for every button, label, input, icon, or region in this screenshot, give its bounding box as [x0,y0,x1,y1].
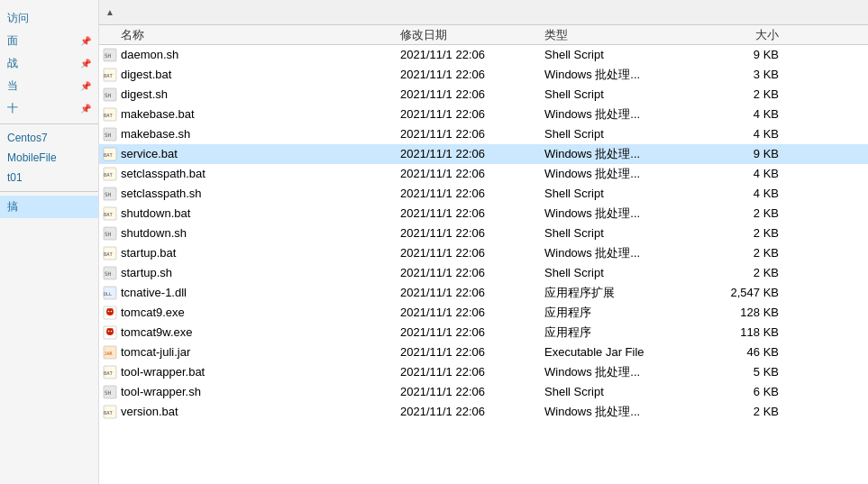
file-size-cell: 2,547 KB [725,286,797,299]
file-size-cell: 2 KB [725,246,797,260]
file-date-cell: 2021/11/1 22:06 [400,127,544,141]
table-row[interactable]: SH daemon.sh2021/11/1 22:06Shell Script9… [99,45,868,65]
file-type-cell: Shell Script [544,87,725,101]
file-icon: SH [103,48,117,62]
table-row[interactable]: SH setclasspath.sh2021/11/1 22:06Shell S… [99,184,868,204]
svg-text:SH: SH [105,389,112,396]
table-row[interactable]: BAT service.bat2021/11/1 22:06Windows 批处… [99,144,868,164]
file-type-cell: Windows 批处理... [544,245,725,261]
sidebar-label-0: 访问 [7,11,29,26]
file-icon: BAT [103,206,117,221]
file-name-cell: SH tool-wrapper.sh [103,385,400,399]
file-size-cell: 5 KB [725,365,797,379]
file-size-cell: 128 KB [725,306,797,319]
file-icon: SH [103,127,117,142]
col-header-size[interactable]: 大小 [725,27,797,43]
table-row[interactable]: DLL tcnative-1.dll2021/11/1 22:06应用程序扩展2… [99,283,868,303]
file-size-cell: 46 KB [725,345,797,359]
file-name-text: setclasspath.sh [121,187,202,200]
file-icon: BAT [103,167,117,181]
file-type-cell: 应用程序 [544,305,725,321]
svg-text:BAT: BAT [104,410,114,416]
sidebar-item-3[interactable]: 当 📌 [0,75,98,97]
file-icon: BAT [103,68,117,82]
sidebar-item-mobilefile[interactable]: MobileFile [0,148,98,168]
sidebar-label-mobilefile: MobileFile [7,151,57,164]
table-row[interactable]: SH startup.sh2021/11/1 22:06Shell Script… [99,263,868,283]
file-icon: DLL [103,286,117,300]
svg-text:BAT: BAT [104,113,114,118]
main-panel: ▲ 名称 修改日期 类型 大小 SH daemon.sh2021/11/1 22… [99,0,868,484]
sidebar-label-1: 面 [7,33,18,49]
file-list: SH daemon.sh2021/11/1 22:06Shell Script9… [99,45,868,422]
file-type-cell: Shell Script [544,385,725,398]
file-type-cell: Windows 批处理... [544,205,725,222]
col-header-date[interactable]: 修改日期 [400,27,544,43]
file-size-cell: 4 KB [725,187,797,200]
file-icon: SH [103,226,117,241]
svg-text:BAT: BAT [104,370,114,376]
sidebar-label-centos7: Centos7 [7,132,48,144]
file-name-cell: JAR tomcat-juli.jar [103,345,400,360]
table-row[interactable]: JAR tomcat-juli.jar2021/11/1 22:06Execut… [99,342,868,362]
table-row[interactable]: BAT digest.bat2021/11/1 22:06Windows 批处理… [99,65,868,85]
file-name-cell: SH setclasspath.sh [103,187,400,201]
col-header-type[interactable]: 类型 [544,27,725,43]
file-name-text: tomcat-juli.jar [121,345,190,359]
file-size-cell: 4 KB [725,107,797,121]
sidebar-separator [0,123,98,124]
table-row[interactable]: BAT startup.bat2021/11/1 22:06Windows 批处… [99,243,868,263]
file-size-cell: 118 KB [725,325,797,339]
table-row[interactable]: tomcat9.exe2021/11/1 22:06应用程序128 KB [99,303,868,323]
file-icon: SH [103,266,117,280]
sidebar-item-1[interactable]: 面 📌 [0,30,98,52]
file-date-cell: 2021/11/1 22:06 [400,306,544,319]
table-row[interactable]: SH shutdown.sh2021/11/1 22:06Shell Scrip… [99,224,868,243]
pin-icon-1: 📌 [80,36,91,46]
table-row[interactable]: SH tool-wrapper.sh2021/11/1 22:06Shell S… [99,382,868,402]
file-type-cell: 应用程序扩展 [544,285,725,301]
col-header-name[interactable]: 名称 [103,27,400,43]
svg-text:SH: SH [105,231,112,237]
svg-text:JAR: JAR [105,351,114,356]
file-type-cell: Windows 批处理... [544,106,725,123]
file-name-text: tomcat9.exe [121,306,185,319]
file-type-cell: Windows 批处理... [544,166,725,182]
file-name-text: digest.sh [121,87,168,101]
svg-text:BAT: BAT [104,73,114,78]
file-name-text: tcnative-1.dll [121,286,187,299]
table-row[interactable]: SH makebase.sh2021/11/1 22:06Shell Scrip… [99,124,868,144]
sort-arrow-icon: ▲ [103,7,117,17]
file-date-cell: 2021/11/1 22:06 [400,345,544,359]
table-row[interactable]: BAT setclasspath.bat2021/11/1 22:06Windo… [99,164,868,184]
table-row[interactable]: BAT shutdown.bat2021/11/1 22:06Windows 批… [99,204,868,224]
table-row[interactable]: BAT makebase.bat2021/11/1 22:06Windows 批… [99,105,868,124]
file-name-cell: SH digest.sh [103,87,400,102]
sort-bar: ▲ [99,0,868,25]
file-size-cell: 2 KB [725,87,797,101]
sidebar: 访问 面 📌 战 📌 当 📌 十 📌 Centos7 MobileFile t0… [0,0,99,484]
file-name-text: makebase.bat [121,107,195,121]
svg-point-29 [111,310,113,312]
file-name-cell: SH makebase.sh [103,127,400,142]
file-type-cell: Shell Script [544,127,725,141]
file-type-cell: Windows 批处理... [544,67,725,83]
sidebar-item-2[interactable]: 战 📌 [0,52,98,75]
svg-text:BAT: BAT [104,172,114,178]
file-name-cell: BAT startup.bat [103,246,400,260]
table-row[interactable]: BAT tool-wrapper.bat2021/11/1 22:06Windo… [99,362,868,382]
sidebar-item-0[interactable]: 访问 [0,7,98,30]
table-row[interactable]: tomcat9w.exe2021/11/1 22:06应用程序118 KB [99,323,868,342]
file-name-text: tool-wrapper.sh [121,385,201,398]
sidebar-item-centos7[interactable]: Centos7 [0,128,98,148]
pin-icon-2: 📌 [80,59,91,68]
sidebar-item-4[interactable]: 十 📌 [0,97,98,120]
sidebar-item-t01[interactable]: t01 [0,168,98,187]
file-icon: BAT [103,107,117,122]
file-name-text: daemon.sh [121,48,178,61]
table-row[interactable]: BAT version.bat2021/11/1 22:06Windows 批处… [99,402,868,422]
table-row[interactable]: SH digest.sh2021/11/1 22:06Shell Script2… [99,85,868,105]
file-name-cell: BAT version.bat [103,405,400,419]
sidebar-item-selected[interactable]: 搞 [0,196,98,218]
svg-text:DLL: DLL [104,291,112,297]
